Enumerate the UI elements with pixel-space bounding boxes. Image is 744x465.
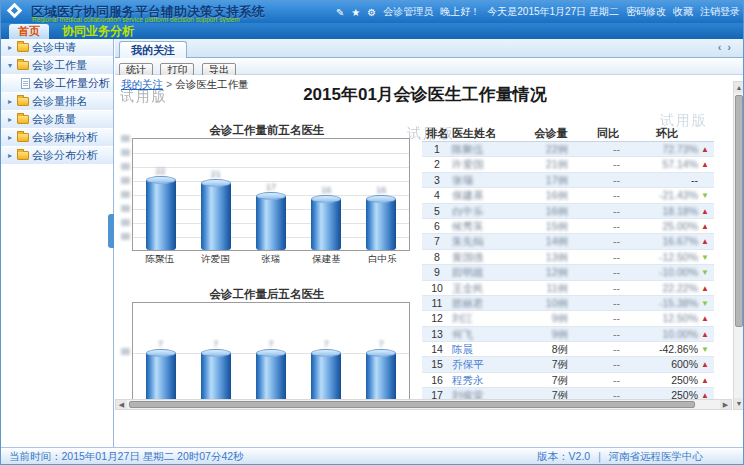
gear-icon[interactable]: ⚙: [367, 7, 376, 18]
yoy-cell: --: [580, 265, 636, 279]
sidebar-item-huizhen-zhiliang[interactable]: ▸会诊质量: [1, 111, 113, 129]
sidebar-item-huizhen-gongzuoliang[interactable]: ▾会诊工作量: [1, 57, 113, 75]
mom-cell: -21.43%: [636, 188, 698, 202]
table-row: 8黄国强13例---12.50%▼: [422, 250, 714, 265]
doctor-name-link[interactable]: 何飞: [452, 327, 522, 341]
rank-cell: 1: [422, 142, 452, 156]
doctor-name-link[interactable]: 张瑞: [452, 173, 522, 187]
trend-up-icon: ▲: [698, 281, 712, 295]
chevron-right-icon: ▸: [6, 133, 14, 142]
tab-scroll-arrows[interactable]: ‹›: [718, 41, 737, 53]
change-password-link[interactable]: 密码修改: [626, 5, 666, 19]
trend-up-icon: ▲: [698, 142, 712, 156]
x-axis-label: 白中乐: [355, 253, 409, 266]
sidebar-item-huizhen-shenqing[interactable]: ▸会诊申请: [1, 39, 113, 57]
x-axis-label: 许爱国: [188, 253, 242, 266]
scroll-down-arrow[interactable]: ▼: [734, 398, 744, 409]
table-row: 4保建基16例---21.43%▼: [422, 188, 714, 203]
favorites-link[interactable]: 收藏: [673, 5, 693, 19]
doctor-name-link[interactable]: 保建基: [452, 188, 522, 202]
sidebar-item-label: 会诊质量: [32, 112, 76, 127]
doctor-name-link[interactable]: 白中乐: [452, 204, 522, 218]
sidebar-item-label: 会诊申请: [32, 40, 76, 55]
sidebar-item-huizhen-bingzhong-fenxi[interactable]: ▸会诊病种分析: [1, 129, 113, 147]
scroll-up-arrow[interactable]: ▲: [734, 82, 744, 93]
vertical-scrollbar[interactable]: ▲ ▼: [733, 81, 744, 410]
bar-白中乐: [366, 199, 396, 250]
mom-cell: -10.00%: [636, 265, 698, 279]
pencil-icon[interactable]: ✎: [336, 7, 344, 18]
doctor-name-link[interactable]: 黄国强: [452, 250, 522, 264]
bar-item-5: [366, 353, 396, 399]
rank-cell: 9: [422, 265, 452, 279]
yoy-cell: --: [580, 281, 636, 295]
bar-value-label: 16: [321, 185, 331, 195]
scroll-left-arrow[interactable]: ◀: [116, 400, 127, 409]
sidebar: ▸会诊申请▾会诊工作量会诊工作量分析▸会诊量排名▸会诊质量▸会诊病种分析▸会诊分…: [1, 39, 114, 449]
sidebar-collapse-handle[interactable]: [108, 214, 114, 248]
doctor-name-link[interactable]: 田明超: [452, 265, 522, 279]
rank-cell: 14: [422, 342, 452, 356]
status-bar: 当前时间：2015年01月27日 星期二 20时07分42秒 版本：V2.0 ｜…: [1, 447, 744, 464]
folder-icon: [17, 97, 29, 106]
table-row: 17刘俊堂7例--250%▲: [422, 388, 714, 399]
trend-up-icon: ▲: [698, 219, 712, 233]
vertical-scroll-thumb[interactable]: [735, 95, 743, 327]
doctor-name-link[interactable]: 苗丽君: [452, 296, 522, 310]
bar-许爱国: [201, 183, 231, 250]
y-axis-tick-label-blurred: [121, 135, 130, 142]
doctor-name-link[interactable]: 刘俊堂: [452, 388, 522, 399]
gridline: [133, 153, 409, 154]
trend-down-icon: ▼: [698, 342, 712, 356]
logout-link[interactable]: 注销登录: [700, 5, 740, 19]
sidebar-item-label: 会诊工作量分析: [33, 76, 110, 91]
doctor-name-link[interactable]: 乔保平: [452, 357, 522, 371]
bar-item-3: [256, 353, 286, 399]
y-axis-tick-label-blurred: [121, 191, 130, 198]
horizontal-scroll-thumb[interactable]: [129, 401, 695, 408]
trend-up-icon: ▲: [698, 234, 712, 248]
trend-up-icon: ▲: [698, 373, 712, 387]
mom-cell: 250%: [636, 373, 698, 387]
doctor-name-link[interactable]: 候秀英: [452, 219, 522, 233]
sidebar-item-huizhen-fenbu-fenxi[interactable]: ▸会诊分布分析: [1, 147, 113, 165]
doctor-workload-table: 排名 医生姓名 会诊量 同比 环比 1陈聚伍22例--72.73%▲2许爱国21…: [422, 125, 714, 399]
col-header-rank: 排名: [422, 125, 452, 141]
doctor-name-link[interactable]: 刘江: [452, 311, 522, 325]
horizontal-scrollbar[interactable]: ◀ ▶: [115, 399, 732, 410]
table-row: 1陈聚伍22例--72.73%▲: [422, 142, 714, 157]
table-row: 7朱先灿14例--16.67%▲: [422, 234, 714, 249]
bar-slot: 16: [309, 185, 343, 250]
star-icon[interactable]: ★: [351, 7, 360, 18]
trend-down-icon: ▼: [698, 265, 712, 279]
trend-up-icon: ▲: [698, 204, 712, 218]
table-row: 6候秀英15例--25.00%▲: [422, 219, 714, 234]
rank-cell: 3: [422, 173, 452, 187]
chart-title: 会诊工作量后五名医生: [120, 287, 414, 301]
tab-my-focus[interactable]: 我的关注: [119, 41, 187, 58]
main-nav-bar: 首页 协同业务分析: [1, 23, 744, 39]
bar-slot: 7: [254, 339, 288, 399]
doctor-name-link[interactable]: 陈聚伍: [452, 142, 522, 156]
volume-cell: 7例: [522, 388, 580, 399]
sidebar-item-huizhenliang-paiming[interactable]: ▸会诊量排名: [1, 93, 113, 111]
volume-cell: 15例: [522, 219, 580, 233]
rank-cell: 2: [422, 157, 452, 171]
trend-up-icon: ▲: [698, 327, 712, 341]
yoy-cell: --: [580, 388, 636, 399]
rank-cell: 13: [422, 327, 452, 341]
nav-tab-home[interactable]: 首页: [9, 24, 49, 39]
version-text: 版本：V2.0: [537, 450, 590, 464]
doctor-name-link[interactable]: 许爱国: [452, 157, 522, 171]
bar-value-label: 21: [211, 169, 221, 179]
doctor-name-link[interactable]: 程秀永: [452, 373, 522, 387]
scroll-right-arrow[interactable]: ▶: [720, 400, 731, 409]
document-icon: [21, 78, 30, 89]
version-separator: ｜: [594, 450, 604, 464]
doctor-name-link[interactable]: 王全民: [452, 281, 522, 295]
doctor-name-link[interactable]: 陈晨: [452, 342, 522, 356]
sidebar-item-gongzuoliang-fenxi[interactable]: 会诊工作量分析: [1, 75, 113, 93]
doctor-name-link[interactable]: 朱先灿: [452, 234, 522, 248]
nav-tab-collaboration-analysis[interactable]: 协同业务分析: [53, 23, 143, 39]
bar-slot: 21: [199, 169, 233, 250]
